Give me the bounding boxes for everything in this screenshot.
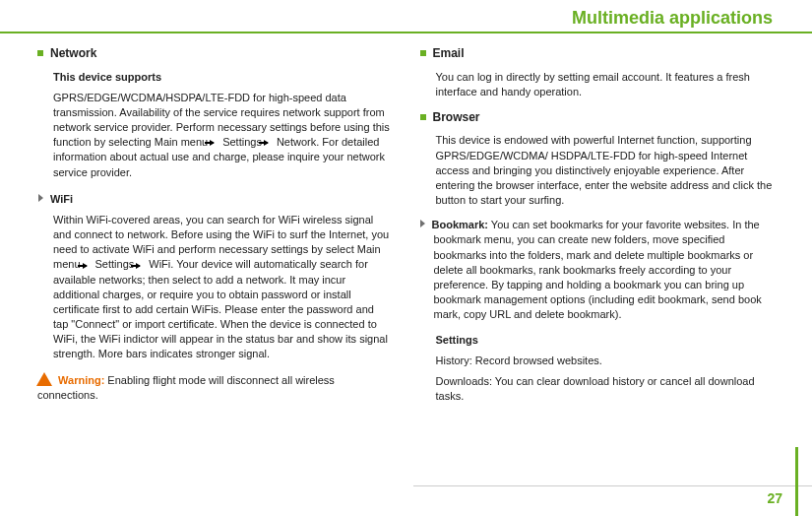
network-heading: Network <box>37 45 391 62</box>
arrow-icon <box>83 263 88 269</box>
header-divider <box>0 32 812 33</box>
content-columns: Network This device supports GPRS/EDGE/W… <box>37 45 773 481</box>
page-title: Multimedia applications <box>572 8 773 28</box>
wifi-heading-text: WiFi <box>50 193 73 205</box>
bookmark-label: Bookmark: <box>432 219 488 230</box>
page-edge-accent <box>795 447 798 516</box>
wifi-paragraph: Within WiFi-covered areas, you can searc… <box>53 213 391 362</box>
email-paragraph: You can log in directly by setting email… <box>436 70 774 99</box>
right-column: Email You can log in directly by setting… <box>420 45 774 481</box>
warning-triangle-icon <box>37 373 51 385</box>
triangle-bullet-icon <box>420 220 425 227</box>
page-number: 27 <box>767 490 782 506</box>
arrow-icon <box>136 263 141 269</box>
settings-heading: Settings <box>436 333 774 348</box>
wifi-text-b: Settings <box>95 258 135 270</box>
bookmark-paragraph: Bookmark: You can set bookmarks for your… <box>434 218 774 322</box>
bookmark-text: You can set bookmarks for your favorite … <box>434 219 762 320</box>
wifi-text-c: WiFi. Your device will automatically sea… <box>53 258 388 359</box>
history-text: History: Record browsed websites. <box>436 354 774 368</box>
email-heading-text: Email <box>433 46 465 60</box>
square-bullet-icon <box>37 50 43 56</box>
footer-divider <box>413 485 812 486</box>
warning-block: Warning: Enabling flight mode will disco… <box>37 372 391 403</box>
wifi-heading: WiFi <box>38 192 391 207</box>
warning-label: Warning: <box>58 374 104 386</box>
arrow-icon <box>210 140 215 146</box>
arrow-icon <box>264 140 269 146</box>
triangle-bullet-icon <box>38 194 43 202</box>
header: Multimedia applications <box>0 8 812 29</box>
network-subheading: This device supports <box>53 70 391 85</box>
network-paragraph: GPRS/EDGE/WCDMA/HSDPA/LTE-FDD for high-s… <box>53 91 391 180</box>
square-bullet-icon <box>420 114 426 120</box>
email-heading: Email <box>420 45 774 62</box>
downloads-text: Downloads: You can clear download histor… <box>436 374 774 404</box>
square-bullet-icon <box>420 50 426 56</box>
left-column: Network This device supports GPRS/EDGE/W… <box>37 45 391 481</box>
browser-heading: Browser <box>420 109 774 126</box>
network-section: This device supports GPRS/EDGE/WCDMA/HSD… <box>53 70 391 180</box>
network-text-b: Settings <box>222 136 262 148</box>
browser-heading-text: Browser <box>433 110 480 124</box>
browser-paragraph: This device is endowed with powerful Int… <box>436 133 774 208</box>
network-heading-text: Network <box>50 46 96 60</box>
